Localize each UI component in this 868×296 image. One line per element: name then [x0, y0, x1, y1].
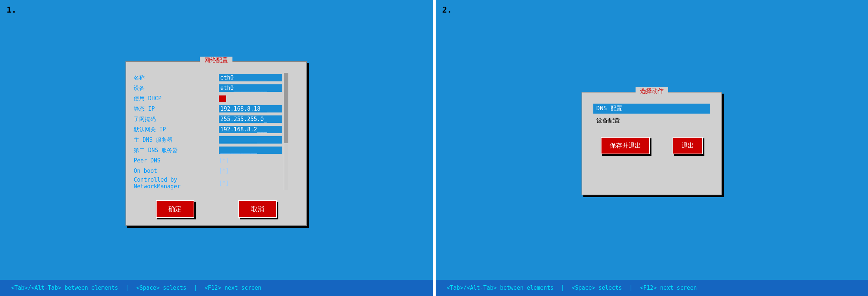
- form-row-peer-dns: Peer DNS [*]: [134, 156, 282, 165]
- dialog-2-title: 选择动作: [636, 87, 668, 95]
- dialog-1-title: 网络配置: [200, 57, 232, 64]
- screen-1: 1. 网络配置 名称 eth0__________ 设备 eth0_: [0, 0, 433, 296]
- label-nm: Controlled by NetworkManager: [134, 176, 219, 190]
- exit-button[interactable]: 退出: [673, 137, 703, 154]
- screen-1-number: 1.: [7, 5, 17, 14]
- status-space-1: <Space> selects: [136, 285, 186, 291]
- ok-button[interactable]: 确定: [156, 200, 194, 218]
- form-row-gateway: 默认网关 IP 192.168.8.2___: [134, 125, 282, 134]
- form-row-dns1: 主 DNS 服务器 ___________: [134, 135, 282, 145]
- scrollbar[interactable]: [284, 73, 288, 190]
- value-subnet[interactable]: 255.255.255.0_: [219, 115, 282, 123]
- screen-2-number: 2.: [442, 5, 452, 14]
- value-on-boot[interactable]: [*]: [219, 168, 229, 174]
- label-dhcp: 使用 DHCP: [134, 95, 219, 102]
- status-f12-1: <F12> next screen: [205, 285, 262, 291]
- label-device: 设备: [134, 85, 219, 92]
- value-dhcp[interactable]: [219, 95, 226, 102]
- value-nm[interactable]: [*]: [219, 180, 229, 186]
- form-row-dhcp: 使用 DHCP: [134, 94, 282, 103]
- action-list: DNS 配置 设备配置: [593, 104, 710, 126]
- label-gateway: 默认网关 IP: [134, 126, 219, 133]
- label-name: 名称: [134, 74, 219, 81]
- label-peer-dns: Peer DNS: [134, 157, 219, 164]
- form-row-name: 名称 eth0__________: [134, 73, 282, 83]
- status-bar-2: <Tab>/<Alt-Tab> between elements | <Spac…: [436, 280, 868, 296]
- sep3: |: [561, 285, 564, 291]
- form-row-on-boot: On boot [*]: [134, 166, 282, 176]
- action-item-dns[interactable]: DNS 配置: [593, 104, 710, 114]
- scrollbar-thumb: [284, 73, 288, 143]
- form-row-nm: Controlled by NetworkManager [*]: [134, 176, 282, 190]
- label-dns1: 主 DNS 服务器: [134, 137, 219, 144]
- status-tab-1: <Tab>/<Alt-Tab> between elements: [11, 285, 118, 291]
- label-dns2: 第二 DNS 服务器: [134, 147, 219, 154]
- action-buttons: 保存并退出 退出: [593, 137, 710, 154]
- sep2: |: [194, 285, 197, 291]
- value-static-ip[interactable]: 192.168.8.18__: [219, 105, 282, 112]
- status-bar-1: <Tab>/<Alt-Tab> between elements | <Spac…: [0, 280, 433, 296]
- action-select-dialog: 选择动作 DNS 配置 设备配置 保存并退出 退出: [582, 92, 722, 195]
- value-gateway[interactable]: 192.168.8.2___: [219, 126, 282, 133]
- form-row-static-ip: 静态 IP 192.168.8.18__: [134, 104, 282, 114]
- label-subnet: 子网掩码: [134, 116, 219, 123]
- value-name[interactable]: eth0__________: [219, 74, 282, 81]
- value-dns1[interactable]: ___________: [219, 136, 282, 144]
- network-form-buttons: 确定 取消: [134, 200, 299, 218]
- value-device[interactable]: eth0__________: [219, 84, 282, 92]
- screen-divider: [433, 0, 436, 296]
- save-exit-button[interactable]: 保存并退出: [601, 137, 650, 154]
- action-item-device[interactable]: 设备配置: [593, 116, 710, 126]
- status-space-2: <Space> selects: [572, 285, 622, 291]
- form-row-device: 设备 eth0__________: [134, 83, 282, 93]
- sep4: |: [629, 285, 633, 291]
- cancel-button[interactable]: 取消: [238, 200, 277, 218]
- form-row-subnet: 子网掩码 255.255.255.0_: [134, 114, 282, 124]
- form-row-dns2: 第二 DNS 服务器 ___________: [134, 145, 282, 155]
- screen-2: 2. 选择动作 DNS 配置 设备配置 保存并退出 退出: [436, 0, 868, 296]
- screen-2-content: 选择动作 DNS 配置 设备配置 保存并退出 退出: [436, 0, 868, 296]
- value-peer-dns[interactable]: [*]: [219, 157, 229, 164]
- sep1: |: [125, 285, 129, 291]
- status-f12-2: <F12> next screen: [640, 285, 697, 291]
- network-config-dialog: 网络配置 名称 eth0__________ 设备 eth0__________: [125, 61, 307, 226]
- dialog-1-inner: 名称 eth0__________ 设备 eth0__________ 使用 D…: [134, 73, 299, 190]
- status-tab-2: <Tab>/<Alt-Tab> between elements: [447, 285, 554, 291]
- network-form: 名称 eth0__________ 设备 eth0__________ 使用 D…: [134, 73, 282, 190]
- label-static-ip: 静态 IP: [134, 105, 219, 112]
- label-on-boot: On boot: [134, 168, 219, 174]
- screen-1-content: 网络配置 名称 eth0__________ 设备 eth0__________: [0, 0, 433, 296]
- value-dns2[interactable]: ___________: [219, 147, 282, 154]
